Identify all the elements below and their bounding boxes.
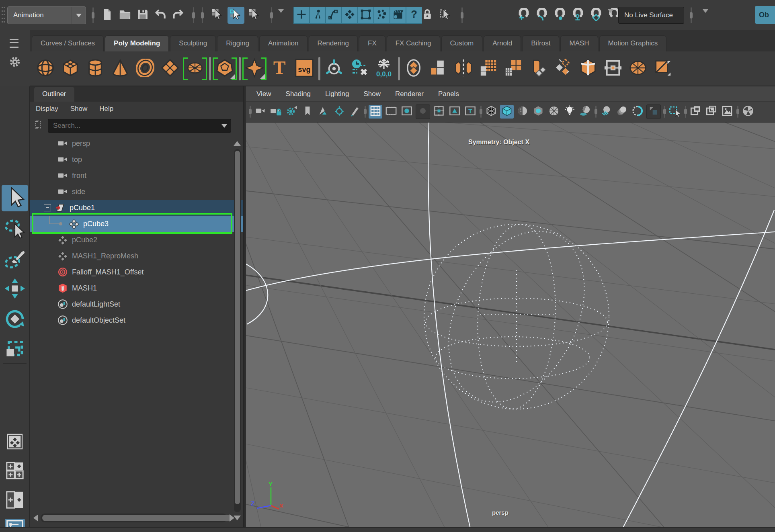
menuset-caret[interactable] [72, 7, 86, 24]
ambient-occlusion-button[interactable] [599, 105, 613, 119]
select-component-button[interactable] [246, 7, 263, 24]
layout-single-pane[interactable] [5, 432, 25, 453]
platonic-solid-button[interactable] [213, 57, 236, 81]
mask-rendering-button[interactable] [390, 7, 406, 24]
viewport-menu-panels[interactable]: Panels [438, 90, 459, 98]
shelf-tab-fx-caching[interactable]: FX Caching [387, 35, 440, 51]
shelf-tab-mash[interactable]: MASH [560, 35, 598, 51]
smooth-mesh-button[interactable] [627, 57, 649, 81]
outliner-vscrollbar[interactable] [233, 140, 242, 521]
shelf-tab-motion-graphics[interactable]: Motion Graphics [599, 35, 667, 51]
safe-action-button[interactable] [448, 105, 461, 119]
shaded-button[interactable] [500, 105, 514, 119]
outliner-tab[interactable]: Outliner [34, 87, 74, 102]
object-mode-button[interactable]: Ob [755, 6, 775, 24]
pane-layout-2-button[interactable] [705, 105, 718, 119]
outliner-item-pCube2[interactable]: pCube2 [30, 232, 243, 248]
toolbar-separator[interactable] [201, 6, 203, 24]
poly-type-button[interactable]: T [268, 57, 291, 81]
scale-tool[interactable] [2, 336, 28, 362]
search-input[interactable] [48, 119, 231, 133]
poly-sphere-button[interactable] [34, 57, 57, 81]
wireframe-button[interactable] [484, 105, 498, 119]
viewport-menu-view[interactable]: View [256, 90, 271, 98]
freeze-transform-button[interactable]: 0,0,0 [373, 57, 395, 81]
safe-title-button[interactable]: T [463, 105, 477, 119]
bevel-button[interactable] [577, 57, 599, 81]
shelf-menu-icon[interactable] [10, 39, 18, 48]
shelf-tab-sculpting[interactable]: Sculpting [170, 35, 216, 51]
motion-blur-button[interactable] [615, 105, 629, 119]
lasso-select-tool[interactable] [2, 216, 28, 242]
2d-pan-zoom-button[interactable] [332, 105, 346, 119]
delete-history-button[interactable] [348, 57, 370, 81]
snap-caret[interactable] [608, 13, 613, 20]
search-caret[interactable] [221, 124, 227, 128]
bridge-button[interactable] [552, 57, 574, 81]
toolbar-separator[interactable] [270, 6, 273, 24]
mask-joints-button[interactable] [310, 7, 326, 24]
outliner-item-defaultLightSet[interactable]: defaultLightSet [30, 296, 243, 312]
mask-curves-button[interactable] [326, 7, 342, 24]
grease-pencil-button[interactable] [348, 105, 361, 119]
shelf-tab-rigging[interactable]: Rigging [217, 35, 258, 51]
mask-dynamics-button[interactable] [374, 7, 390, 24]
lock-camera-button[interactable] [269, 105, 283, 119]
reduce-button[interactable] [502, 57, 525, 81]
mask-surfaces-button[interactable] [342, 7, 358, 24]
outliner-menu-show[interactable]: Show [70, 105, 88, 113]
viewport-menu-show[interactable]: Show [364, 90, 381, 98]
extrude-button[interactable] [527, 57, 549, 81]
outliner-menu-display[interactable]: Display [36, 105, 58, 113]
mask-deformers-button[interactable] [358, 7, 374, 24]
poly-cylinder-button[interactable] [84, 57, 107, 81]
outliner-item-side[interactable]: side [30, 184, 243, 200]
outliner-item-pCube3[interactable]: pCube3 [30, 216, 243, 232]
rotate-tool[interactable] [2, 307, 28, 333]
render-view-button[interactable] [741, 105, 755, 119]
pane-layout-button[interactable] [689, 105, 703, 119]
snap-view-plane-button[interactable] [588, 7, 605, 24]
film-gate-button[interactable] [384, 105, 398, 119]
lighting-button[interactable] [563, 105, 576, 119]
snap-grid-button[interactable] [515, 7, 532, 24]
outliner-hscrollbar[interactable] [33, 513, 234, 523]
multi-cut-button[interactable] [602, 57, 624, 81]
outliner-menu-help[interactable]: Help [99, 105, 113, 113]
mirror-button[interactable] [452, 57, 475, 81]
shelf-tab-arnold[interactable]: Arnold [484, 35, 521, 51]
outliner-item-MASH1[interactable]: MASH1 [30, 280, 243, 296]
image-plane-button[interactable] [316, 105, 330, 119]
material-button[interactable] [516, 105, 529, 119]
toolbar-separator[interactable] [461, 6, 463, 24]
toolbar-separator[interactable] [690, 6, 692, 24]
viewport-snapshot-button[interactable] [720, 105, 734, 119]
poly-plane-button[interactable] [159, 57, 181, 81]
outliner-item-pCube1[interactable]: pCube1 [30, 200, 243, 216]
new-scene-button[interactable] [99, 7, 116, 24]
toolbar-separator[interactable] [192, 6, 195, 24]
undo-button[interactable] [152, 7, 169, 24]
shelf-tab-bifrost[interactable]: Bifrost [522, 35, 559, 51]
expand-toggle[interactable] [44, 204, 51, 211]
shelf-tab-fx[interactable]: FX [359, 35, 385, 51]
gate-mask-button[interactable] [416, 104, 430, 119]
triangulate-button[interactable] [652, 57, 674, 81]
select-hierarchy-button[interactable] [209, 7, 226, 24]
shelf-tab-curves-surfaces[interactable]: Curves / Surfaces [32, 35, 104, 51]
camera-attributes-button[interactable] [285, 105, 299, 119]
bookmark-button[interactable] [301, 105, 314, 119]
select-object-button[interactable] [228, 7, 244, 24]
construction-plane-button[interactable] [323, 57, 345, 81]
shadows-button[interactable] [578, 105, 592, 119]
shelf-gear-icon[interactable] [9, 56, 21, 70]
combine-button[interactable] [402, 57, 425, 81]
move-tool[interactable] [2, 276, 28, 303]
snap-curve-button[interactable] [533, 7, 550, 24]
outliner-item-defaultObjectSet[interactable]: defaultObjectSet [30, 312, 243, 328]
outliner-item-top[interactable]: top [30, 151, 243, 168]
open-scene-button[interactable] [117, 7, 133, 24]
poly-cube-button[interactable] [59, 57, 82, 81]
shelf-tab-custom[interactable]: Custom [441, 35, 483, 51]
save-scene-button[interactable] [134, 7, 151, 24]
